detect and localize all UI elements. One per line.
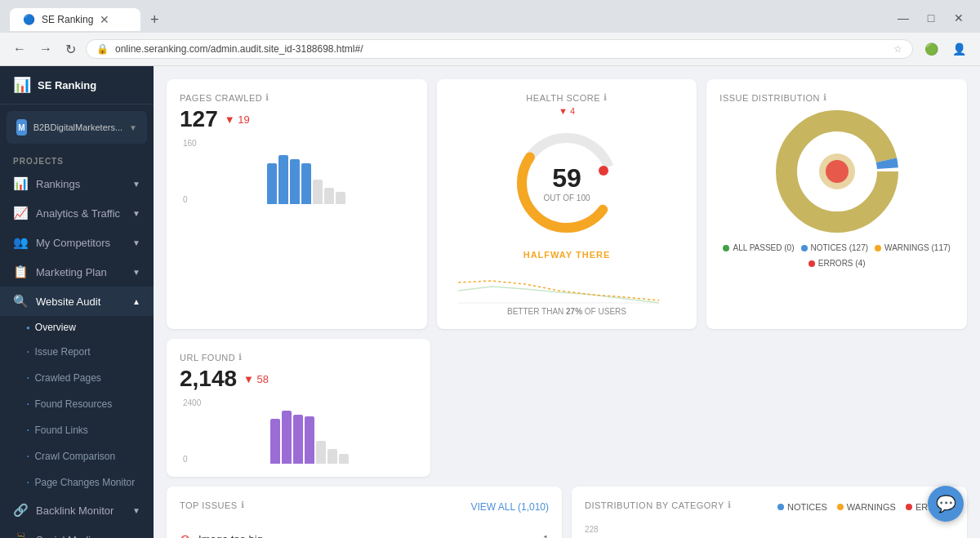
dist-legend-warnings: WARNINGS <box>837 502 896 512</box>
sidebar-item-marketing-label: Marketing Plan <box>36 266 124 278</box>
bar-6 <box>324 188 334 204</box>
sidebar-item-marketing[interactable]: 📋 Marketing Plan ▼ <box>0 257 154 287</box>
issue-distribution-info-icon[interactable]: ℹ <box>823 92 827 103</box>
chat-icon: 💬 <box>936 494 956 514</box>
profile-button[interactable]: 👤 <box>947 38 970 60</box>
backlink-icon: 🔗 <box>13 503 28 518</box>
sub-nav-found-links[interactable]: Found Links <box>0 417 154 443</box>
svg-point-2 <box>599 166 608 176</box>
sidebar-item-analytics[interactable]: 📈 Analytics & Traffic ▼ <box>0 198 154 228</box>
halfway-label: HALFWAY THERE <box>523 250 611 260</box>
sub-nav-page-changes-label: Page Changes Monitor <box>34 477 135 488</box>
sub-nav-audit: Overview Issue Report Crawled Pages Foun… <box>0 316 154 496</box>
url-found-min: 0 <box>183 455 188 464</box>
maximize-button[interactable]: □ <box>920 7 942 29</box>
app-container: 📊 SE Ranking M B2BDigitalMarketers... ▼ … <box>0 66 980 538</box>
url-bar-1 <box>270 419 280 464</box>
url-found-card: URL FOUND ℹ 2,148 ▼ 58 2400 0 <box>167 339 430 477</box>
pages-crawled-title: PAGES CRAWLED ℹ <box>180 92 414 103</box>
sidebar-logo: 📊 SE Ranking <box>0 66 154 104</box>
pages-crawled-info-icon[interactable]: ℹ <box>265 92 270 103</box>
audit-chevron-icon: ▲ <box>132 297 140 306</box>
pages-crawled-delta: ▼ 19 <box>225 113 250 126</box>
sidebar-item-audit[interactable]: 🔍 Website Audit ▲ <box>0 287 154 316</box>
competitors-chevron-icon: ▼ <box>132 238 140 247</box>
pages-crawled-chart: 160 0 <box>180 139 414 204</box>
dist-notices-label: NOTICES <box>787 502 827 512</box>
close-button[interactable]: ✕ <box>947 7 970 29</box>
forward-button[interactable]: → <box>36 38 56 60</box>
refresh-button[interactable]: ↻ <box>62 38 79 60</box>
pages-crawled-card: PAGES CRAWLED ℹ 127 ▼ 19 160 0 <box>167 79 427 329</box>
sidebar-item-analytics-label: Analytics & Traffic <box>36 207 124 220</box>
url-bar-3 <box>293 415 303 464</box>
sidebar-item-competitors-label: My Competitors <box>36 237 124 249</box>
marketing-icon: 📋 <box>13 265 28 279</box>
url-found-max: 2400 <box>183 398 201 407</box>
social-icon: 📱 <box>13 532 28 538</box>
address-bar[interactable]: 🔒 online.seranking.com/admin.audit.site_… <box>86 39 913 59</box>
health-score-gauge: 59 OUT OF 100 <box>510 126 624 240</box>
donut-svg <box>772 106 902 237</box>
bar-5 <box>313 180 323 204</box>
sub-nav-overview[interactable]: Overview <box>0 316 154 339</box>
tab-close-button[interactable]: ✕ <box>100 13 109 26</box>
rankings-chevron-icon: ▼ <box>132 180 140 189</box>
browser-controls: ← → ↻ 🔒 online.seranking.com/admin.audit… <box>0 33 980 66</box>
tab-favicon: 🔵 <box>23 14 35 25</box>
url-found-info-icon[interactable]: ℹ <box>238 352 243 362</box>
project-icon: M <box>16 119 27 136</box>
pages-crawled-min: 0 <box>183 195 188 204</box>
pages-crawled-bars <box>183 155 411 204</box>
extensions-button[interactable]: 🟢 <box>920 38 942 60</box>
issue-error-icon-0: ⊗ <box>180 531 190 538</box>
sidebar-item-social-label: Social Media <box>36 534 124 539</box>
browser-actions: 🟢 👤 <box>920 38 970 60</box>
sub-nav-page-changes[interactable]: Page Changes Monitor <box>0 469 154 496</box>
gauge-value: 59 OUT OF 100 <box>543 163 590 202</box>
dist-info-icon[interactable]: ℹ <box>728 500 732 510</box>
legend-dot-notices <box>801 245 808 251</box>
bar-7 <box>336 192 345 204</box>
health-score-info-icon[interactable]: ℹ <box>604 92 608 103</box>
dist-y-axis: 228 171 57 0 <box>585 523 599 538</box>
sidebar-item-backlink[interactable]: 🔗 Backlink Monitor ▼ <box>0 496 154 525</box>
health-score-title: HEALTH SCORE ℹ <box>526 92 607 103</box>
back-button[interactable]: ← <box>10 38 29 60</box>
sub-nav-found-resources[interactable]: Found Resources <box>0 391 154 417</box>
dist-warnings-label: WARNINGS <box>847 502 896 512</box>
legend-notices-label: NOTICES (127) <box>811 243 869 252</box>
donut-chart <box>719 106 954 237</box>
project-name: B2BDigitalMarketers... <box>33 122 122 132</box>
sidebar-item-backlink-label: Backlink Monitor <box>36 505 124 517</box>
lock-icon: 🔒 <box>96 43 109 55</box>
sidebar-item-social[interactable]: 📱 Social Media ▼ <box>0 525 154 538</box>
marketing-chevron-icon: ▼ <box>132 268 140 277</box>
bar-1 <box>267 163 277 204</box>
competitors-icon: 👥 <box>13 235 28 250</box>
sidebar-item-audit-label: Website Audit <box>36 296 124 308</box>
legend-errors: ERRORS (4) <box>808 259 866 268</box>
sub-nav-crawl-comparison[interactable]: Crawl Comparison <box>0 443 154 469</box>
dist-legend-notices: NOTICES <box>777 502 827 512</box>
tab-bar: 🔵 SE Ranking ✕ + — □ ✕ <box>10 7 970 33</box>
url-text: online.seranking.com/admin.audit.site_id… <box>115 43 887 55</box>
sub-nav-crawl-comparison-label: Crawl Comparison <box>34 451 115 462</box>
chat-button[interactable]: 💬 <box>928 486 964 522</box>
view-all-link[interactable]: VIEW ALL (1,010) <box>470 501 549 513</box>
active-tab[interactable]: 🔵 SE Ranking ✕ <box>10 8 140 31</box>
project-selector[interactable]: M B2BDigitalMarketers... ▼ <box>7 111 147 144</box>
url-found-bars <box>183 411 414 464</box>
dist-bars <box>608 523 954 538</box>
legend-errors-label: ERRORS (4) <box>818 259 866 268</box>
sub-nav-issue-report[interactable]: Issue Report <box>0 339 154 365</box>
tab-title: SE Ranking <box>42 14 93 25</box>
top-issues-info-icon[interactable]: ℹ <box>241 500 245 510</box>
sub-nav-crawled-pages[interactable]: Crawled Pages <box>0 365 154 391</box>
logo-text: SE Ranking <box>38 79 96 91</box>
sidebar-item-competitors[interactable]: 👥 My Competitors ▼ <box>0 228 154 257</box>
minimize-button[interactable]: — <box>892 7 915 29</box>
sidebar-item-rankings[interactable]: 📊 Rankings ▼ <box>0 169 154 198</box>
legend-passed-label: ALL PASSED (0) <box>733 243 794 252</box>
new-tab-button[interactable]: + <box>144 8 166 32</box>
